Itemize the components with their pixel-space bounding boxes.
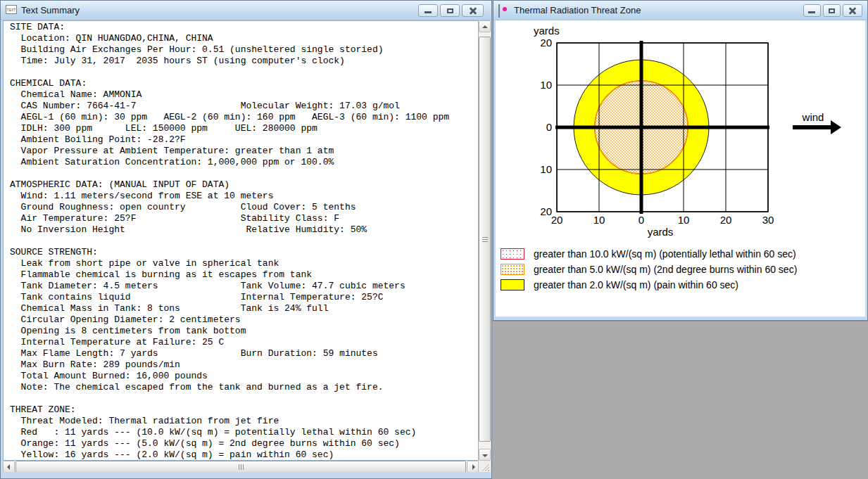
text-line: Location: QIN HUANGDAO,CHINA, CHINA — [4, 33, 478, 44]
scroll-up-button[interactable] — [479, 20, 491, 32]
text-line: Air Temperature: 25?F Stability Class: F — [4, 213, 478, 224]
desktop-background — [493, 321, 868, 479]
svg-text:0: 0 — [546, 121, 552, 133]
horizontal-scrollbar[interactable] — [3, 461, 479, 473]
text-line: Wind: 1.11 meters/second from ESE at 10 … — [4, 191, 478, 202]
thumb-grip-icon — [239, 464, 244, 470]
minimize-icon — [424, 11, 432, 13]
text-line: CHEMICAL DATA: — [4, 78, 478, 89]
text-summary-content: SITE DATA: Location: QIN HUANGDAO,CHINA,… — [3, 20, 479, 461]
text-line — [4, 393, 478, 404]
wind-label: wind — [802, 111, 824, 123]
legend-swatch-red-dotted — [501, 248, 524, 260]
arrow-up-icon — [482, 25, 488, 28]
maximize-icon — [447, 8, 453, 13]
text-line: Leak from short pipe or valve in spheric… — [4, 258, 478, 269]
arrow-right-icon — [472, 464, 475, 470]
svg-text:10: 10 — [678, 214, 690, 226]
svg-text:30: 30 — [762, 214, 774, 226]
svg-text:yards: yards — [534, 25, 560, 37]
arrow-down-icon — [482, 454, 488, 457]
screen: TEXT Text Summary SITE DATA: Location: Q… — [0, 0, 868, 479]
maximize-button[interactable] — [440, 4, 460, 17]
scroll-left-button[interactable] — [3, 461, 15, 473]
legend-label: greater than 5.0 kW/(sq m) (2nd degree b… — [534, 264, 797, 275]
text-line — [4, 168, 478, 179]
text-line — [4, 67, 478, 78]
legend-swatch-yellow-solid — [501, 279, 524, 290]
svg-text:20: 20 — [720, 214, 732, 226]
text-summary-titlebar[interactable]: TEXT Text Summary — [1, 1, 491, 20]
text-line: SITE DATA: — [4, 22, 478, 33]
svg-text:0: 0 — [639, 214, 644, 226]
text-document-icon: TEXT — [6, 5, 17, 14]
text-line: Internal Temperature at Failure: 25 C — [4, 337, 478, 348]
text-line: Ground Roughness: open country Cloud Cov… — [4, 202, 478, 213]
text-summary-lines: SITE DATA: Location: QIN HUANGDAO,CHINA,… — [4, 22, 478, 461]
resize-grip[interactable] — [479, 461, 491, 473]
svg-text:10: 10 — [593, 214, 605, 226]
resize-grip-icon — [482, 464, 489, 471]
text-line: Tank contains liquid Internal Temperatur… — [4, 292, 478, 303]
text-line: Chemical Name: AMMONIA — [4, 89, 478, 101]
thumb-grip-icon — [482, 237, 488, 242]
text-summary-title: Text Summary — [21, 5, 80, 15]
text-line: Threat Modeled: Thermal radiation from j… — [4, 416, 478, 427]
text-line: No Inversion Height Relative Humidity: 5… — [4, 224, 478, 236]
horizontal-scrollbar-thumb[interactable] — [15, 461, 466, 473]
text-line: THREAT ZONE: — [4, 404, 478, 416]
svg-text:20: 20 — [551, 214, 563, 226]
text-line: Ambient Boiling Point: -28.2?F — [4, 134, 478, 146]
legend-item-yellow: greater than 2.0 kW/(sq m) (pain within … — [501, 279, 738, 291]
text-line — [4, 236, 478, 247]
legend-label: greater than 2.0 kW/(sq m) (pain within … — [534, 279, 738, 290]
threat-zone-content: 20100102030201001020yardsyardswind great… — [496, 20, 865, 317]
svg-text:yards: yards — [648, 226, 674, 238]
close-button[interactable] — [462, 4, 484, 17]
text-line: Flammable chemical is burning as it esca… — [4, 269, 478, 281]
text-line: Vapor Pressure at Ambient Temperature: g… — [4, 146, 478, 157]
svg-text:20: 20 — [540, 205, 552, 217]
text-line: IDLH: 300 ppm LEL: 150000 ppm UEL: 28000… — [4, 123, 478, 134]
svg-text:20: 20 — [540, 37, 552, 49]
svg-text:10: 10 — [540, 163, 552, 175]
text-line: Max Flame Length: 7 yards Burn Duration:… — [4, 348, 478, 359]
arrow-left-icon — [7, 464, 10, 470]
text-line: ATMOSPHERIC DATA: (MANUAL INPUT OF DATA) — [4, 179, 478, 191]
scroll-right-button[interactable] — [467, 461, 479, 473]
vertical-scrollbar-thumb[interactable] — [479, 37, 491, 442]
text-line: Building Air Exchanges Per Hour: 0.51 (u… — [4, 44, 478, 56]
text-line: Time: July 31, 2017 2035 hours ST (using… — [4, 56, 478, 67]
text-line: CAS Number: 7664-41-7 Molecular Weight: … — [4, 101, 478, 112]
text-line: Ambient Saturation Concentration: 1,000,… — [4, 157, 478, 168]
legend-item-red: greater than 10.0 kW/(sq m) (potentially… — [501, 248, 796, 260]
text-line: Yellow: 16 yards --- (2.0 kW/(sq m) = pa… — [4, 449, 478, 461]
window-border — [1, 472, 491, 478]
legend-swatch-orange-dotted — [501, 264, 524, 275]
text-line: SOURCE STRENGTH: — [4, 247, 478, 258]
text-line: Red : 11 yards --- (10.0 kW/(sq m) = pot… — [4, 427, 478, 438]
text-line: Max Burn Rate: 289 pounds/min — [4, 359, 478, 371]
text-summary-window: TEXT Text Summary SITE DATA: Location: Q… — [0, 0, 492, 479]
svg-text:10: 10 — [540, 79, 552, 91]
text-line: Orange: 11 yards --- (5.0 kW/(sq m) = 2n… — [4, 438, 478, 449]
vertical-scrollbar[interactable] — [479, 20, 491, 461]
text-line: Total Amount Burned: 16,000 pounds — [4, 371, 478, 382]
text-line: Tank Diameter: 4.5 meters Tank Volume: 4… — [4, 281, 478, 292]
threat-zone-window: Thermal Radiation Threat Zone — [493, 0, 868, 321]
legend-label: greater than 10.0 kW/(sq m) (potentially… — [534, 248, 796, 260]
minimize-button[interactable] — [418, 4, 438, 17]
text-line: Circular Opening Diameter: 2 centimeters — [4, 314, 478, 326]
text-line: Opening is 8 centimeters from tank botto… — [4, 326, 478, 337]
text-line: AEGL-1 (60 min): 30 ppm AEGL-2 (60 min):… — [4, 112, 478, 123]
legend-item-orange: greater than 5.0 kW/(sq m) (2nd degree b… — [501, 263, 797, 276]
text-line: Chemical Mass in Tank: 8 tons Tank is 24… — [4, 303, 478, 314]
scroll-down-button[interactable] — [479, 449, 491, 461]
text-line: Note: The chemical escaped from the tank… — [4, 382, 478, 393]
